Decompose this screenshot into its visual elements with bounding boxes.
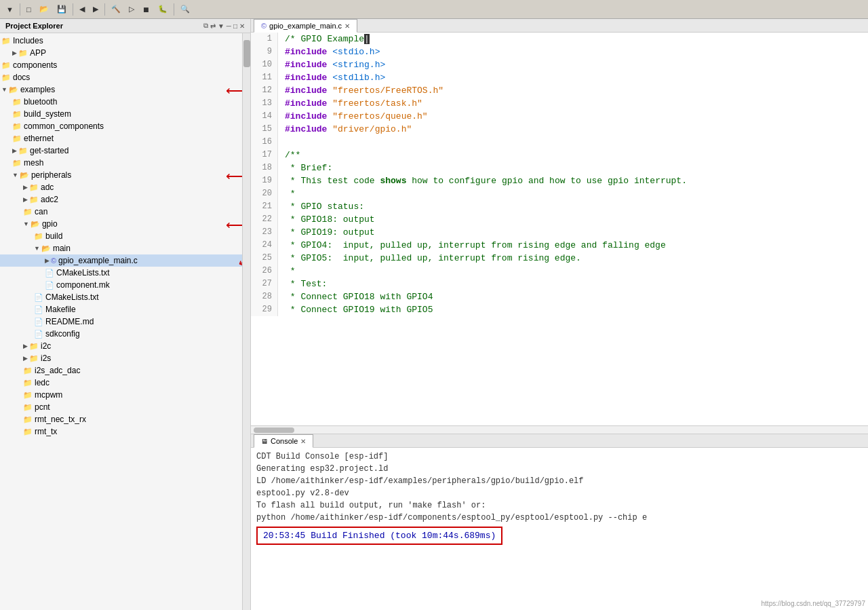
tree-item-docs[interactable]: 📁 docs bbox=[0, 71, 242, 83]
code-line-28: 28 * Connect GPIO18 with GPIO4 bbox=[251, 290, 868, 303]
tree-item-i2s-adc-dac[interactable]: 📁 i2s_adc_dac bbox=[0, 364, 242, 377]
tree-item-i2s[interactable]: 📁 i2s bbox=[0, 352, 242, 364]
tree-label: i2s bbox=[41, 354, 51, 363]
c-file-icon: © bbox=[51, 256, 56, 265]
panel-menu-btn[interactable]: ▼ bbox=[218, 22, 224, 30]
tree-item-adc[interactable]: 📁 adc bbox=[0, 181, 242, 193]
line-number: 11 bbox=[251, 71, 278, 84]
tree-item-ledc[interactable]: 📁 ledc bbox=[0, 377, 242, 389]
run-btn[interactable]: ▷ bbox=[125, 3, 138, 16]
tree-item-includes[interactable]: 📁 Includes bbox=[0, 35, 242, 47]
panel-min-btn[interactable]: ─ bbox=[226, 22, 231, 30]
open-btn[interactable]: 📂 bbox=[36, 3, 52, 16]
line-number: 22 bbox=[251, 213, 278, 226]
line-number: 10 bbox=[251, 58, 278, 71]
tree-label: Includes bbox=[13, 36, 43, 45]
folder-icon: 📁 bbox=[23, 208, 33, 216]
tree-label: get-started bbox=[30, 146, 68, 155]
tree-item-rmt-tx[interactable]: 📁 rmt_tx bbox=[0, 425, 242, 438]
tree-item-bluetooth[interactable]: 📁 bluetooth bbox=[0, 96, 242, 108]
tree-item-rmt-nec-tx-rx[interactable]: 📁 rmt_nec_tx_rx bbox=[0, 413, 242, 425]
tree-item-common-components[interactable]: 📁 common_components bbox=[0, 120, 242, 132]
file-icon: 📄 bbox=[45, 281, 54, 290]
save-btn[interactable]: 💾 bbox=[54, 3, 70, 16]
line-number: 25 bbox=[251, 252, 278, 265]
line-number: 18 bbox=[251, 161, 278, 174]
tree-item-gpio-example-main[interactable]: © gpio_example_main.c ↙ bbox=[0, 254, 242, 267]
tree-item-pcnt[interactable]: 📁 pcnt bbox=[0, 401, 242, 413]
code-line-23: 23 * GPIO19: output bbox=[251, 226, 868, 239]
editor-tab-close[interactable]: ✕ bbox=[344, 22, 350, 30]
code-line-1: 1 /* GPIO Example| bbox=[251, 33, 868, 45]
tree-item-mcpwm[interactable]: 📁 mcpwm bbox=[0, 389, 242, 401]
panel-close-btn[interactable]: ✕ bbox=[239, 22, 245, 30]
forward-btn[interactable]: ▶ bbox=[90, 3, 102, 16]
code-editor[interactable]: 1 /* GPIO Example| 9 #include <stdio.h> … bbox=[251, 33, 868, 425]
tree-label: README.md bbox=[45, 317, 94, 326]
main-area: Project Explorer ⧉ ⇄ ▼ ─ □ ✕ 📁 Includes bbox=[0, 19, 868, 610]
arrow-right-icon bbox=[12, 147, 17, 154]
tree-item-build[interactable]: 📁 build bbox=[0, 230, 242, 242]
back-btn[interactable]: ◀ bbox=[76, 3, 88, 16]
line-number: 1 bbox=[251, 33, 278, 45]
code-line-15: 15 #include "driver/gpio.h" bbox=[251, 123, 868, 136]
tree-item-cmakelists-main[interactable]: 📄 CMakeLists.txt bbox=[0, 267, 242, 279]
console-output[interactable]: CDT Build Console [esp-idf] Generating e… bbox=[251, 448, 868, 610]
tree-item-makefile[interactable]: 📄 Makefile bbox=[0, 303, 242, 316]
search-btn[interactable]: 🔍 bbox=[177, 3, 193, 16]
line-number: 26 bbox=[251, 265, 278, 278]
folder-icon: 📁 bbox=[29, 195, 39, 204]
tree-item-examples[interactable]: 📂 examples ⟵ bbox=[0, 83, 242, 96]
folder-icon: 📁 bbox=[23, 403, 33, 412]
debug-btn[interactable]: 🐛 bbox=[155, 3, 171, 16]
tree-item-cmakelists-gpio[interactable]: 📄 CMakeLists.txt bbox=[0, 291, 242, 303]
tree-item-get-started[interactable]: 📁 get-started bbox=[0, 145, 242, 157]
tree-item-i2c[interactable]: 📁 i2c bbox=[0, 340, 242, 352]
line-content: #include "freertos/queue.h" bbox=[278, 110, 428, 123]
editor-hscroll[interactable] bbox=[251, 425, 868, 434]
tree-item-peripherals[interactable]: 📂 peripherals ⟵ bbox=[0, 169, 242, 181]
line-number: 14 bbox=[251, 110, 278, 123]
tree-item-readme[interactable]: 📄 README.md bbox=[0, 316, 242, 328]
tree-item-components[interactable]: 📁 components bbox=[0, 59, 242, 71]
tree-label: CMakeLists.txt bbox=[45, 292, 99, 302]
code-line-24: 24 * GPIO4: input, pulled up, interrupt … bbox=[251, 239, 868, 252]
new-btn[interactable]: □ bbox=[23, 3, 35, 16]
console-tab-close[interactable]: ✕ bbox=[300, 438, 306, 445]
tree-item-can[interactable]: 📁 can bbox=[0, 206, 242, 218]
code-line-19: 19 * This test code shows how to configu… bbox=[251, 174, 868, 187]
tree-item-gpio[interactable]: 📂 gpio ⟵ bbox=[0, 218, 242, 230]
folder-icon: 📁 bbox=[1, 61, 11, 70]
folder-icon: 📁 bbox=[29, 183, 39, 192]
panel-max-btn[interactable]: □ bbox=[233, 22, 237, 30]
menu-btn[interactable]: ▼ bbox=[3, 3, 17, 16]
tree-item-build-system[interactable]: 📁 build_system bbox=[0, 108, 242, 120]
tree-container[interactable]: 📁 Includes 📁 APP 📁 components � bbox=[0, 33, 242, 610]
console-line-2: LD /home/aithinker/esp-idf/examples/peri… bbox=[256, 475, 863, 487]
tree-item-component-mk[interactable]: 📄 component.mk bbox=[0, 279, 242, 291]
tree-item-mesh[interactable]: 📁 mesh bbox=[0, 157, 242, 169]
tree-label: examples bbox=[20, 85, 55, 94]
console-tab[interactable]: 🖥 Console ✕ bbox=[254, 434, 313, 448]
line-number: 17 bbox=[251, 149, 278, 161]
folder-icon: 📁 bbox=[12, 134, 22, 143]
tree-item-main[interactable]: 📂 main bbox=[0, 242, 242, 254]
watermark: https://blog.csdn.net/qq_37729797 bbox=[762, 600, 865, 607]
tree-item-ethernet[interactable]: 📁 ethernet bbox=[0, 132, 242, 145]
tree-item-adc2[interactable]: 📁 adc2 bbox=[0, 193, 242, 206]
red-arrow-examples: ⟵ bbox=[226, 82, 242, 98]
stop-btn[interactable]: ⏹ bbox=[139, 3, 153, 16]
tree-scrollbar[interactable] bbox=[242, 33, 250, 610]
link-btn[interactable]: ⇄ bbox=[210, 22, 216, 30]
project-explorer-header: Project Explorer ⧉ ⇄ ▼ ─ □ ✕ bbox=[0, 19, 250, 33]
line-number: 24 bbox=[251, 239, 278, 252]
code-line-25: 25 * GPIO5: input, pulled up, interrupt … bbox=[251, 252, 868, 265]
collapse-all-btn[interactable]: ⧉ bbox=[203, 22, 208, 30]
tree-item-sdkconfig[interactable]: 📄 sdkconfig bbox=[0, 328, 242, 340]
arrow-down-icon bbox=[23, 221, 29, 227]
build-btn[interactable]: 🔨 bbox=[108, 3, 124, 16]
editor-tab-active[interactable]: © gpio_example_main.c ✕ bbox=[254, 19, 357, 33]
line-number: 29 bbox=[251, 303, 278, 316]
line-content: /* GPIO Example| bbox=[278, 33, 370, 45]
tree-item-app[interactable]: 📁 APP bbox=[0, 47, 242, 59]
